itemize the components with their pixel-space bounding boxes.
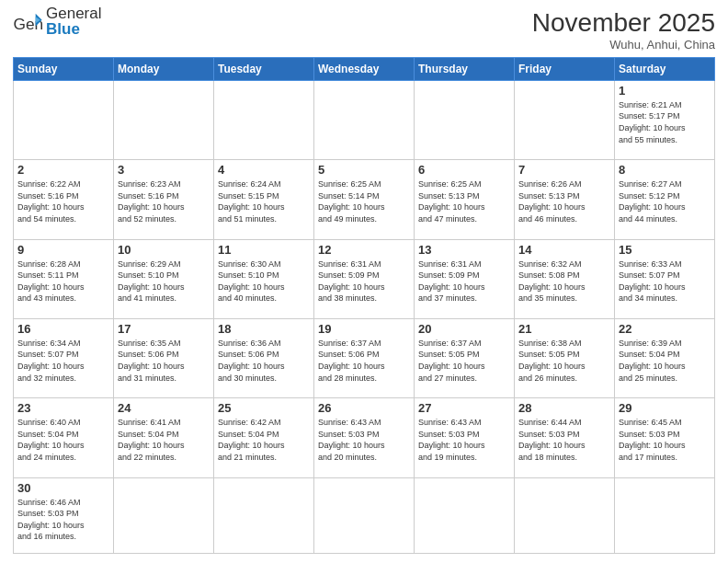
calendar-cell — [214, 80, 314, 159]
calendar-cell: 24Sunrise: 6:41 AMSunset: 5:04 PMDayligh… — [114, 398, 214, 477]
calendar-cell: 1Sunrise: 6:21 AMSunset: 5:17 PMDaylight… — [615, 80, 715, 159]
day-number: 6 — [418, 163, 510, 177]
calendar-week-row: 16Sunrise: 6:34 AMSunset: 5:07 PMDayligh… — [14, 318, 715, 397]
day-number: 11 — [218, 243, 310, 257]
day-info: Sunrise: 6:41 AMSunset: 5:04 PMDaylight:… — [118, 417, 210, 463]
day-info: Sunrise: 6:38 AMSunset: 5:05 PMDaylight:… — [518, 338, 610, 384]
logo-blue: Blue — [46, 21, 101, 39]
title-block: November 2025 Wuhu, Anhui, China — [532, 9, 715, 52]
day-number: 1 — [619, 84, 711, 98]
day-info: Sunrise: 6:40 AMSunset: 5:04 PMDaylight:… — [17, 417, 109, 463]
calendar-cell: 18Sunrise: 6:36 AMSunset: 5:06 PMDayligh… — [214, 318, 314, 397]
day-info: Sunrise: 6:44 AMSunset: 5:03 PMDaylight:… — [518, 417, 610, 463]
day-number: 3 — [118, 163, 210, 177]
day-number: 18 — [218, 322, 310, 336]
calendar-cell — [14, 80, 114, 159]
logo-icon: General — [13, 12, 42, 36]
day-info: Sunrise: 6:32 AMSunset: 5:08 PMDaylight:… — [518, 259, 610, 304]
calendar-cell: 21Sunrise: 6:38 AMSunset: 5:05 PMDayligh… — [515, 318, 615, 397]
day-number: 9 — [17, 243, 109, 257]
day-number: 2 — [17, 163, 109, 177]
location-subtitle: Wuhu, Anhui, China — [532, 38, 715, 52]
day-number: 13 — [418, 243, 510, 257]
day-number: 5 — [318, 163, 410, 177]
calendar-cell — [214, 477, 314, 553]
day-info: Sunrise: 6:35 AMSunset: 5:06 PMDaylight:… — [118, 338, 210, 384]
calendar-cell — [415, 477, 515, 553]
day-number: 26 — [318, 401, 410, 415]
day-info: Sunrise: 6:43 AMSunset: 5:03 PMDaylight:… — [318, 417, 410, 463]
day-header-sunday: Sunday — [14, 57, 114, 80]
day-number: 23 — [17, 401, 109, 415]
day-header-saturday: Saturday — [615, 57, 715, 80]
day-info: Sunrise: 6:37 AMSunset: 5:05 PMDaylight:… — [418, 338, 510, 384]
day-number: 25 — [218, 401, 310, 415]
calendar-cell — [114, 80, 214, 159]
calendar-cell: 16Sunrise: 6:34 AMSunset: 5:07 PMDayligh… — [14, 318, 114, 397]
day-header-wednesday: Wednesday — [314, 57, 415, 80]
day-info: Sunrise: 6:31 AMSunset: 5:09 PMDaylight:… — [418, 259, 510, 304]
calendar-cell — [615, 477, 715, 553]
day-info: Sunrise: 6:36 AMSunset: 5:06 PMDaylight:… — [218, 338, 310, 384]
day-info: Sunrise: 6:31 AMSunset: 5:09 PMDaylight:… — [318, 259, 410, 304]
calendar-cell: 2Sunrise: 6:22 AMSunset: 5:16 PMDaylight… — [14, 160, 114, 239]
day-header-thursday: Thursday — [415, 57, 515, 80]
day-info: Sunrise: 6:25 AMSunset: 5:13 PMDaylight:… — [418, 178, 510, 224]
day-number: 21 — [518, 322, 610, 336]
day-number: 8 — [619, 163, 711, 177]
calendar-cell — [515, 477, 615, 553]
calendar-cell — [415, 80, 515, 159]
calendar-week-row: 30Sunrise: 6:46 AMSunset: 5:03 PMDayligh… — [14, 477, 715, 553]
day-number: 14 — [518, 243, 610, 257]
day-info: Sunrise: 6:30 AMSunset: 5:10 PMDaylight:… — [218, 259, 310, 304]
calendar-cell: 12Sunrise: 6:31 AMSunset: 5:09 PMDayligh… — [314, 239, 415, 318]
day-number: 27 — [418, 401, 510, 415]
month-title: November 2025 — [532, 9, 715, 38]
calendar-cell: 19Sunrise: 6:37 AMSunset: 5:06 PMDayligh… — [314, 318, 415, 397]
calendar-cell: 5Sunrise: 6:25 AMSunset: 5:14 PMDaylight… — [314, 160, 415, 239]
day-number: 16 — [17, 322, 109, 336]
calendar-cell: 15Sunrise: 6:33 AMSunset: 5:07 PMDayligh… — [615, 239, 715, 318]
day-info: Sunrise: 6:21 AMSunset: 5:17 PMDaylight:… — [619, 99, 711, 145]
calendar-cell: 7Sunrise: 6:26 AMSunset: 5:13 PMDaylight… — [515, 160, 615, 239]
calendar-cell: 20Sunrise: 6:37 AMSunset: 5:05 PMDayligh… — [415, 318, 515, 397]
calendar-week-row: 23Sunrise: 6:40 AMSunset: 5:04 PMDayligh… — [14, 398, 715, 477]
day-number: 15 — [619, 243, 711, 257]
day-info: Sunrise: 6:26 AMSunset: 5:13 PMDaylight:… — [518, 178, 610, 224]
day-info: Sunrise: 6:39 AMSunset: 5:04 PMDaylight:… — [619, 338, 711, 384]
day-number: 19 — [318, 322, 410, 336]
day-number: 24 — [118, 401, 210, 415]
calendar-cell: 8Sunrise: 6:27 AMSunset: 5:12 PMDaylight… — [615, 160, 715, 239]
calendar-week-row: 1Sunrise: 6:21 AMSunset: 5:17 PMDaylight… — [14, 80, 715, 159]
day-number: 12 — [318, 243, 410, 257]
day-info: Sunrise: 6:28 AMSunset: 5:11 PMDaylight:… — [17, 259, 109, 304]
calendar-cell — [314, 477, 415, 553]
calendar-cell: 26Sunrise: 6:43 AMSunset: 5:03 PMDayligh… — [314, 398, 415, 477]
calendar-cell: 17Sunrise: 6:35 AMSunset: 5:06 PMDayligh… — [114, 318, 214, 397]
calendar-cell: 6Sunrise: 6:25 AMSunset: 5:13 PMDaylight… — [415, 160, 515, 239]
day-number: 29 — [619, 401, 711, 415]
calendar-cell: 14Sunrise: 6:32 AMSunset: 5:08 PMDayligh… — [515, 239, 615, 318]
day-number: 4 — [218, 163, 310, 177]
calendar-cell: 4Sunrise: 6:24 AMSunset: 5:15 PMDaylight… — [214, 160, 314, 239]
calendar-cell — [314, 80, 415, 159]
calendar-cell: 29Sunrise: 6:45 AMSunset: 5:03 PMDayligh… — [615, 398, 715, 477]
calendar-cell — [515, 80, 615, 159]
day-info: Sunrise: 6:27 AMSunset: 5:12 PMDaylight:… — [619, 178, 711, 224]
day-header-monday: Monday — [114, 57, 214, 80]
day-number: 17 — [118, 322, 210, 336]
calendar-cell: 9Sunrise: 6:28 AMSunset: 5:11 PMDaylight… — [14, 239, 114, 318]
calendar-week-row: 9Sunrise: 6:28 AMSunset: 5:11 PMDaylight… — [14, 239, 715, 318]
day-number: 10 — [118, 243, 210, 257]
calendar-cell: 13Sunrise: 6:31 AMSunset: 5:09 PMDayligh… — [415, 239, 515, 318]
day-number: 30 — [17, 481, 109, 495]
day-info: Sunrise: 6:34 AMSunset: 5:07 PMDaylight:… — [17, 338, 109, 384]
day-header-friday: Friday — [515, 57, 615, 80]
day-info: Sunrise: 6:22 AMSunset: 5:16 PMDaylight:… — [17, 178, 109, 224]
day-number: 28 — [518, 401, 610, 415]
day-info: Sunrise: 6:43 AMSunset: 5:03 PMDaylight:… — [418, 417, 510, 463]
day-info: Sunrise: 6:23 AMSunset: 5:16 PMDaylight:… — [118, 178, 210, 224]
calendar-header-row: SundayMondayTuesdayWednesdayThursdayFrid… — [14, 57, 715, 80]
day-info: Sunrise: 6:33 AMSunset: 5:07 PMDaylight:… — [619, 259, 711, 304]
day-info: Sunrise: 6:29 AMSunset: 5:10 PMDaylight:… — [118, 259, 210, 304]
